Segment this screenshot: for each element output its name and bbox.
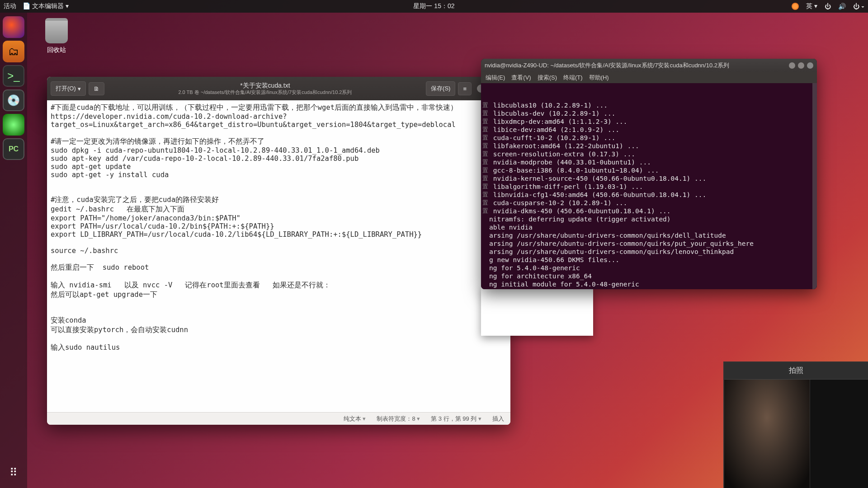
power-icon[interactable]: ⏻ ▾ [853, 3, 864, 10]
ime-indicator[interactable]: 英 ▾ [806, 2, 817, 10]
terminal-scrollbar-thumb[interactable] [813, 270, 816, 285]
top-panel: 活动 📄 文本编辑器 ▾ 星期一 15：02 英 ▾ ⏻ 🔊 ⏻ ▾ [0, 0, 868, 13]
new-tab-button[interactable]: 🗎 [89, 82, 104, 95]
save-button[interactable]: 保存(S) [426, 81, 455, 96]
gedit-statusbar: 纯文本 制表符宽度：8 第 3 行，第 99 列 插入 [47, 412, 510, 425]
tab-width[interactable]: 制表符宽度：8 [377, 415, 420, 423]
syntax-mode[interactable]: 纯文本 [344, 415, 366, 423]
activities-button[interactable]: 活动 [4, 2, 16, 10]
show-apps-icon[interactable]: ⠿ [3, 462, 24, 483]
clock[interactable]: 星期一 15：02 [413, 2, 454, 10]
menu-view[interactable]: 查看(V) [511, 74, 531, 82]
document-title: *关于安装cuda.txt [107, 82, 423, 89]
trash-label: 回收站 [45, 46, 68, 54]
term-maximize-icon[interactable] [798, 62, 804, 69]
menu-edit[interactable]: 编辑(E) [486, 74, 505, 82]
app-menu[interactable]: 📄 文本编辑器 ▾ [23, 2, 69, 10]
insert-mode: 插入 [492, 415, 504, 423]
text-editor-area[interactable]: #下面是cuda的下载地址，可以用训练，（下载过程中，一定要用迅雷下载，把那个w… [47, 100, 510, 412]
firefox-icon[interactable] [3, 16, 24, 38]
menu-terminal[interactable]: 终端(T) [563, 74, 583, 82]
webcam-feed [724, 380, 810, 488]
trash-desktop-icon[interactable]: 回收站 [45, 18, 68, 54]
open-button[interactable]: 打开(O) ▾ [51, 81, 86, 96]
app-green-icon[interactable] [3, 114, 24, 136]
menu-help[interactable]: 帮助(H) [589, 74, 609, 82]
notification-dot-icon[interactable] [792, 3, 799, 10]
gedit-headerbar: 打开(O) ▾ 🗎 *关于安装cuda.txt 2.0 TB 卷 ~/datas… [47, 77, 510, 100]
volume-icon[interactable]: 🔊 [838, 3, 846, 10]
files-icon[interactable]: 🗂 [3, 41, 24, 62]
pycharm-icon[interactable]: PC [3, 138, 24, 160]
dock: 🗂 >_ 💿 PC 📝 ⠿ [0, 13, 27, 488]
gedit-window: 打开(O) ▾ 🗎 *关于安装cuda.txt 2.0 TB 卷 ~/datas… [47, 77, 510, 425]
terminal-titlebar: nvidia@nvidia-Z490-UD: ~/datasets/软件合集/A… [481, 59, 817, 72]
terminal-menubar: 编辑(E) 查看(V) 搜索(S) 终端(T) 帮助(H) [481, 72, 817, 83]
terminal-output[interactable]: 置 libcublas10 (10.2.2.89-1) ...置 libcubl… [481, 83, 817, 289]
term-minimize-icon[interactable] [789, 62, 795, 69]
menu-search[interactable]: 搜索(S) [538, 74, 557, 82]
term-close-icon[interactable] [807, 62, 813, 69]
disks-icon[interactable]: 💿 [3, 89, 24, 111]
cursor-position[interactable]: 第 3 行，第 99 列 [431, 415, 481, 423]
hamburger-button[interactable]: ≡ [458, 82, 472, 95]
trash-icon [45, 18, 68, 43]
terminal-window: nvidia@nvidia-Z490-UD: ~/datasets/软件合集/A… [481, 59, 817, 289]
background-panel [481, 287, 593, 336]
terminal-title: nvidia@nvidia-Z490-UD: ~/datasets/软件合集/A… [485, 61, 729, 70]
webcam-overlay: 拍照 [723, 361, 868, 488]
terminal-icon[interactable]: >_ [3, 65, 24, 87]
webcam-side-panel [810, 380, 868, 488]
webcam-tab-photo[interactable]: 拍照 [724, 362, 868, 380]
document-path: 2.0 TB 卷 ~/datasets/软件合集/AI安装源/linux系统/7… [107, 89, 423, 95]
network-icon[interactable]: ⏻ [825, 3, 831, 10]
